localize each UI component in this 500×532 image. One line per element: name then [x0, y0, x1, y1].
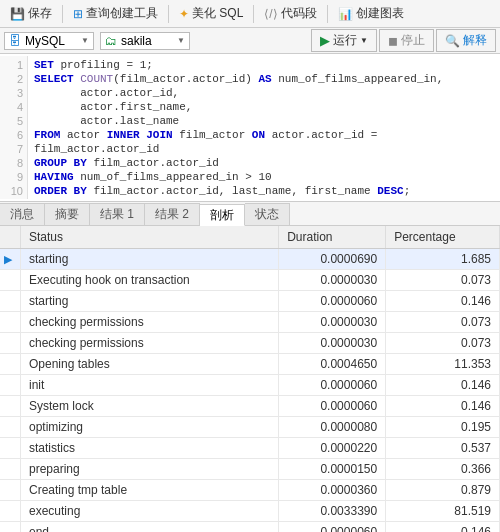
row-indicator [0, 459, 21, 480]
run-button[interactable]: ▶ 运行 ▼ [311, 29, 377, 52]
beautify-button[interactable]: ✦ 美化 SQL [173, 3, 249, 24]
query-label: 查询创建工具 [86, 5, 158, 22]
table-row: statistics0.00002200.537 [0, 438, 500, 459]
sql-line-7: GROUP BY film_actor.actor_id [34, 156, 494, 170]
table-header-row: Status Duration Percentage [0, 226, 500, 249]
table-icon: 🗂 [105, 34, 117, 48]
row-percentage: 11.353 [386, 354, 500, 375]
code-label: 代码段 [281, 5, 317, 22]
row-duration: 0.0000060 [279, 396, 386, 417]
separator-1 [62, 5, 63, 23]
row-duration: 0.0000030 [279, 270, 386, 291]
bottom-tabs: 消息 摘要 结果 1 结果 2 剖析 状态 [0, 202, 500, 226]
row-indicator [0, 438, 21, 459]
line-numbers: 12345 678910 [0, 56, 28, 199]
tab-messages-label: 消息 [10, 206, 34, 223]
tab-profile-label: 剖析 [210, 207, 234, 224]
row-percentage: 0.537 [386, 438, 500, 459]
row-indicator [0, 417, 21, 438]
row-duration: 0.0000080 [279, 417, 386, 438]
explain-button[interactable]: 🔍 解释 [436, 29, 496, 52]
row-status: Creating tmp table [21, 480, 279, 501]
table-row: System lock0.00000600.146 [0, 396, 500, 417]
row-status: optimizing [21, 417, 279, 438]
chart-button[interactable]: 📊 创建图表 [332, 3, 410, 24]
sql-editor[interactable]: 12345 678910 SET profiling = 1; SELECT C… [0, 54, 500, 202]
db-dropdown-arrow: ▼ [81, 36, 89, 45]
results-area[interactable]: Status Duration Percentage ▶starting0.00… [0, 226, 500, 532]
run-dropdown-arrow: ▼ [360, 36, 368, 45]
sql-line-9: ORDER BY film_actor.actor_id, last_name,… [34, 184, 494, 198]
sql-line-6: FROM actor INNER JOIN film_actor ON acto… [34, 128, 494, 156]
explain-icon: 🔍 [445, 34, 460, 48]
table-row: checking permissions0.00000300.073 [0, 333, 500, 354]
stop-label: 停止 [401, 32, 425, 49]
sql-line-2: SELECT COUNT(film_actor.actor_id) AS num… [34, 72, 494, 86]
row-percentage: 0.146 [386, 375, 500, 396]
code-icon: ⟨/⟩ [264, 7, 277, 21]
row-indicator [0, 291, 21, 312]
row-status: starting [21, 249, 279, 270]
table-row: Creating tmp table0.00003600.879 [0, 480, 500, 501]
table-row: checking permissions0.00000300.073 [0, 312, 500, 333]
table-row: init0.00000600.146 [0, 375, 500, 396]
chart-icon: 📊 [338, 7, 353, 21]
table-name: sakila [121, 34, 152, 48]
stop-button[interactable]: ◼ 停止 [379, 29, 434, 52]
save-label: 保存 [28, 5, 52, 22]
row-status: preparing [21, 459, 279, 480]
query-builder-button[interactable]: ⊞ 查询创建工具 [67, 3, 164, 24]
row-indicator [0, 270, 21, 291]
row-status: Executing hook on transaction [21, 270, 279, 291]
row-percentage: 0.073 [386, 270, 500, 291]
explain-label: 解释 [463, 32, 487, 49]
row-percentage: 0.146 [386, 522, 500, 533]
row-status: executing [21, 501, 279, 522]
row-indicator: ▶ [0, 249, 21, 270]
row-indicator [0, 312, 21, 333]
profile-table: Status Duration Percentage ▶starting0.00… [0, 226, 500, 532]
table-row: end0.00000600.146 [0, 522, 500, 533]
tab-profile[interactable]: 剖析 [200, 204, 245, 226]
tab-result1-label: 结果 1 [100, 206, 134, 223]
code-button[interactable]: ⟨/⟩ 代码段 [258, 3, 322, 24]
sql-line-3: actor.actor_id, [34, 86, 494, 100]
run-label: 运行 [333, 32, 357, 49]
save-button[interactable]: 💾 保存 [4, 3, 58, 24]
row-status: statistics [21, 438, 279, 459]
tab-summary[interactable]: 摘要 [45, 203, 90, 225]
play-icon: ▶ [320, 33, 330, 48]
db-icon: 🗄 [9, 34, 21, 48]
sql-line-10: SHOW PROFILES; [34, 198, 494, 199]
row-indicator [0, 375, 21, 396]
tab-result1[interactable]: 结果 1 [90, 203, 145, 225]
tab-messages[interactable]: 消息 [0, 203, 45, 225]
tab-result2-label: 结果 2 [155, 206, 189, 223]
tab-result2[interactable]: 结果 2 [145, 203, 200, 225]
row-duration: 0.0000150 [279, 459, 386, 480]
sql-code-area[interactable]: SET profiling = 1; SELECT COUNT(film_act… [28, 56, 500, 199]
row-status: checking permissions [21, 333, 279, 354]
row-indicator [0, 396, 21, 417]
row-percentage: 0.146 [386, 396, 500, 417]
save-icon: 💾 [10, 7, 25, 21]
row-status: Opening tables [21, 354, 279, 375]
tab-status-label: 状态 [255, 206, 279, 223]
db-selector[interactable]: 🗄 MySQL ▼ [4, 32, 94, 50]
col-status-header: Status [21, 226, 279, 249]
query-icon: ⊞ [73, 7, 83, 21]
row-indicator [0, 480, 21, 501]
row-percentage: 81.519 [386, 501, 500, 522]
table-row: Executing hook on transaction0.00000300.… [0, 270, 500, 291]
row-duration: 0.0000030 [279, 333, 386, 354]
toolbar: 💾 保存 ⊞ 查询创建工具 ✦ 美化 SQL ⟨/⟩ 代码段 📊 创建图表 [0, 0, 500, 28]
row-percentage: 1.685 [386, 249, 500, 270]
row-status: checking permissions [21, 312, 279, 333]
table-selector[interactable]: 🗂 sakila ▼ [100, 32, 190, 50]
sql-line-1: SET profiling = 1; [34, 58, 494, 72]
beautify-icon: ✦ [179, 7, 189, 21]
row-indicator [0, 354, 21, 375]
row-percentage: 0.073 [386, 333, 500, 354]
row-duration: 0.0000690 [279, 249, 386, 270]
tab-status[interactable]: 状态 [245, 203, 290, 225]
